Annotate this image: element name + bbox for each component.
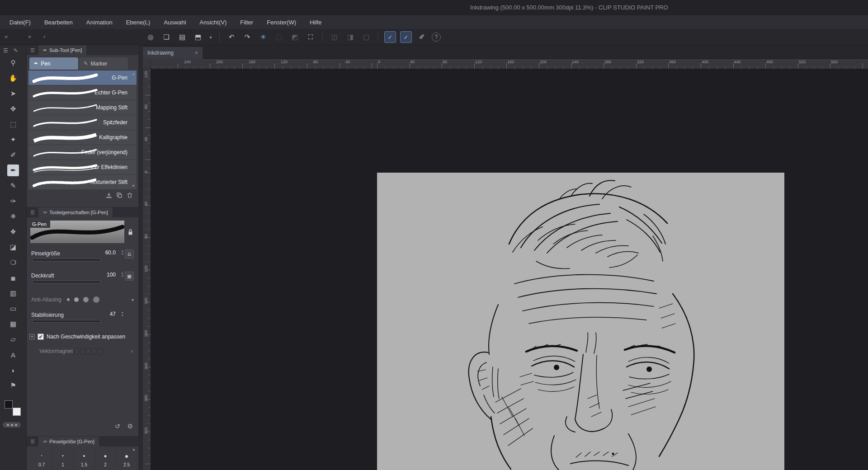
subtool-panel-tab[interactable]: ✒ Sub-Tool [Pen] — [38, 45, 86, 55]
size-preset-1-5[interactable]: 1.5 — [74, 448, 95, 470]
csp-logo-icon[interactable]: ◎ — [145, 31, 156, 43]
opacity-spinner[interactable]: ▴▾ — [121, 271, 123, 277]
undo-icon[interactable]: ↶ — [226, 31, 237, 43]
delete-subtool-icon[interactable] — [127, 192, 133, 198]
size-preset-2[interactable]: 2 — [95, 448, 116, 470]
selection-tool[interactable]: ⬚ — [7, 118, 19, 130]
move-layer-tool[interactable]: ✥ — [7, 103, 19, 115]
opacity-dynamics-button[interactable]: ▣ — [125, 272, 134, 281]
snap-ruler-icon[interactable]: ◫ — [329, 31, 340, 43]
opacity-value[interactable]: 100 — [107, 272, 116, 278]
duplicate-subtool-icon[interactable] — [116, 192, 123, 198]
brush-size-spinner[interactable]: ▴▾ — [121, 249, 123, 255]
stabilization-spinner[interactable]: ▴▾ — [121, 310, 123, 317]
save-icon[interactable]: ⬒ — [192, 31, 204, 43]
operation-tool[interactable]: ➤ — [7, 88, 19, 99]
import-subtool-icon[interactable] — [106, 192, 112, 198]
color-mode-switcher[interactable] — [3, 422, 21, 428]
vector-magnet-level[interactable] — [75, 348, 79, 354]
anti-aliasing-dropdown-icon[interactable]: ▾ — [132, 297, 134, 302]
collapse-subtool-icon[interactable]: « — [28, 33, 31, 40]
brush-size-dynamics-button[interactable]: ⇊ — [125, 249, 134, 258]
deselect-icon[interactable]: ⬚ — [273, 31, 285, 43]
brush-item-fuer-effektlinien[interactable]: Für Effektlinien — [28, 160, 137, 175]
vector-magnet-level[interactable] — [92, 348, 96, 354]
menu-bearbeiten[interactable]: Bearbeiten — [38, 15, 80, 29]
brush-item-echter-g-pen[interactable]: Echter G-Pen — [28, 85, 137, 100]
vector-magnet-expand-icon[interactable]: › — [131, 348, 133, 354]
expand-icon[interactable]: + — [29, 334, 35, 339]
brush-item-kalligraphie[interactable]: Kalligraphie — [28, 130, 137, 145]
panel-menu-icon[interactable]: ☰ — [30, 439, 35, 445]
collapse-small-icon[interactable]: ‹ — [43, 33, 45, 40]
menu-hilfe[interactable]: Hilfe — [303, 15, 328, 29]
menu-fenster[interactable]: Fenster(W) — [260, 15, 303, 29]
airbrush-tool[interactable]: ✵ — [7, 211, 19, 222]
brush-size-value[interactable]: 60.0 — [105, 249, 116, 256]
save-menu-icon[interactable]: ▾ — [208, 31, 213, 43]
brush-size-slider[interactable] — [32, 258, 101, 261]
stabilization-value[interactable]: 47 — [110, 311, 116, 317]
adjust-by-speed-checkbox[interactable]: ✔ — [38, 334, 44, 340]
opacity-slider[interactable] — [32, 281, 101, 283]
zoom-tool[interactable]: ⚲ — [7, 57, 19, 69]
brush-item-g-pen[interactable]: G-Pen ▲ — [28, 70, 137, 85]
stabilization-slider[interactable] — [32, 320, 101, 323]
pencil-tool[interactable]: ✎ — [7, 180, 19, 192]
anti-aliasing-options[interactable] — [67, 296, 99, 303]
fill-tool[interactable]: ◙ — [7, 272, 19, 284]
correct-line-density-icon[interactable]: ✓ — [400, 31, 412, 43]
size-preset-0-7[interactable]: 0.7 — [31, 448, 52, 470]
frame-border-tool[interactable]: ▦ — [7, 318, 19, 330]
eraser-tool[interactable]: ◪ — [7, 241, 19, 253]
vector-magnet-level[interactable] — [98, 348, 102, 354]
blend-tool[interactable]: ❍ — [7, 257, 19, 268]
vector-magnet-level[interactable] — [80, 348, 85, 354]
hand-tool[interactable]: ✋ — [7, 72, 19, 84]
aa-weak-icon[interactable] — [74, 297, 79, 302]
scroll-down-icon[interactable]: ▼ — [132, 184, 135, 188]
menu-ebene[interactable]: Ebene(L) — [119, 15, 157, 29]
brush-size-panel-tab[interactable]: ✑ Pinselgröße [G-Pen] — [38, 437, 99, 446]
menu-animation[interactable]: Animation — [80, 15, 119, 29]
brush-item-mapping-stift[interactable]: Mapping Stift — [28, 100, 137, 115]
correct-line-width-icon[interactable]: ✓ — [384, 31, 396, 43]
panel-menu-icon[interactable]: ☰ — [30, 210, 35, 216]
scroll-up-icon[interactable]: ▲ — [132, 72, 135, 76]
open-file-icon[interactable]: ▤ — [176, 31, 188, 43]
flow-line-tool[interactable]: ⚑ — [7, 380, 19, 391]
redo-icon[interactable]: ↷ — [241, 31, 253, 43]
new-canvas-icon[interactable]: ❏ — [160, 31, 172, 43]
tab-marker[interactable]: ✎ Marker — [79, 57, 128, 70]
menu-filter[interactable]: Filter — [233, 15, 260, 29]
vector-magnet-level[interactable] — [86, 348, 90, 354]
background-color-chip[interactable] — [13, 408, 21, 416]
tab-pen[interactable]: ✒ Pen — [29, 57, 78, 70]
reset-tool-icon[interactable]: ↺ — [115, 423, 120, 430]
figure-tool[interactable]: ▭ — [7, 303, 19, 315]
pasteboard[interactable] — [151, 69, 868, 470]
aa-none-icon[interactable] — [67, 298, 70, 301]
invert-selection-icon[interactable]: ◩ — [289, 31, 301, 43]
balloon-tool[interactable]: ◗ — [7, 364, 19, 376]
brush-item-feder-verjuengend[interactable]: Feder (verjüngend) — [28, 145, 137, 160]
size-preset-1[interactable]: 1 — [52, 448, 74, 470]
menu-ansicht[interactable]: Ansicht(V) — [193, 15, 233, 29]
scroll-up-icon[interactable]: ▲ — [132, 447, 136, 451]
aa-strong-icon[interactable] — [93, 296, 99, 303]
auto-select-tool[interactable]: ✦ — [7, 134, 19, 146]
collapse-panels-icon[interactable]: « — [5, 33, 8, 40]
vector-line-icon[interactable]: ✐ — [416, 31, 428, 43]
lock-icon[interactable] — [127, 229, 133, 235]
panel-menu-icon[interactable]: ☰ — [30, 47, 35, 53]
text-tool[interactable]: A — [7, 349, 19, 361]
menu-datei[interactable]: Datei(F) — [3, 15, 38, 29]
brush-item-texturierter-stift[interactable]: Texturierter Stift ▼ — [28, 175, 137, 190]
pen-tool[interactable]: ✒ — [7, 164, 19, 176]
gradient-tool[interactable]: ▥ — [7, 287, 19, 299]
close-tab-icon[interactable]: × — [195, 50, 198, 56]
subtool-detail-settings-icon[interactable]: ⚙ — [127, 423, 133, 430]
selection-launcher-icon[interactable]: ⛶ — [305, 31, 316, 43]
ruler-tool[interactable]: ▱ — [7, 334, 19, 345]
snap-special-ruler-icon[interactable]: ◨ — [344, 31, 356, 43]
